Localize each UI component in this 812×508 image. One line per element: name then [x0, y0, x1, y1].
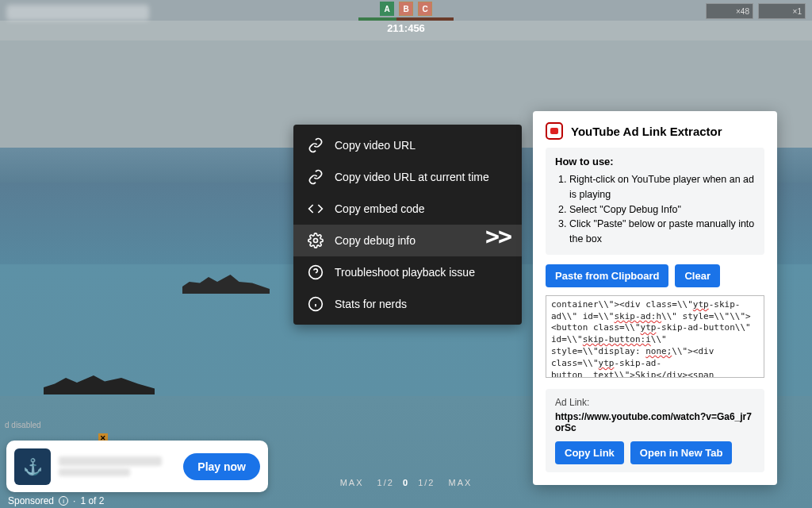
- info-icon: [308, 296, 324, 312]
- result-url: https://www.youtube.com/watch?v=Ga6_jr7o…: [555, 411, 755, 433]
- panel-header: YouTube Ad Link Extractor: [546, 122, 764, 140]
- link-icon: [308, 169, 324, 185]
- svg-point-0: [314, 239, 318, 243]
- hud-right-slots: ×48 ×1: [706, 3, 806, 19]
- howto-step: Click "Paste" below or paste manually in…: [569, 217, 755, 247]
- open-tab-button[interactable]: Open in New Tab: [630, 441, 733, 464]
- result-box: Ad Link: https://www.youtube.com/watch?v…: [546, 389, 764, 472]
- howto-step: Select "Copy Debug Info": [569, 202, 755, 217]
- range-half: 1/2: [377, 478, 394, 487]
- howto-list: Right-click on YouTube player when an ad…: [555, 172, 755, 247]
- hud-slot: ×48: [706, 3, 753, 19]
- debug-textarea[interactable]: container\\"><div class=\\"ytp-skip-ad\\…: [546, 295, 764, 378]
- hud-cap-a: A: [380, 2, 394, 16]
- ctx-copy-url-time[interactable]: Copy video URL at current time: [293, 161, 522, 193]
- arrow-indicator-icon: >>: [485, 222, 511, 250]
- ctx-copy-url[interactable]: Copy video URL: [293, 129, 522, 161]
- gear-icon: [308, 233, 324, 248]
- sponsored-label: Sponsored i · 1 of 2: [8, 495, 104, 506]
- result-label: Ad Link:: [555, 397, 755, 408]
- ctx-label: Copy debug info: [335, 234, 416, 247]
- ctx-label: Copy video URL: [335, 139, 416, 152]
- ctx-copy-embed[interactable]: Copy embed code: [293, 193, 522, 225]
- link-icon: [308, 137, 324, 153]
- howto-heading: How to use:: [555, 156, 755, 167]
- embed-icon: [308, 201, 324, 217]
- ctx-label: Copy embed code: [335, 202, 425, 215]
- hud-progress-bar: [358, 17, 454, 21]
- range-max: MAX: [448, 478, 472, 487]
- help-icon: [308, 264, 324, 280]
- extractor-panel: YouTube Ad Link Extractor How to use: Ri…: [533, 111, 777, 485]
- hud-slot: ×1: [758, 3, 806, 19]
- ctx-label: Stats for nerds: [335, 298, 407, 310]
- range-half: 1/2: [418, 478, 435, 487]
- ad-counter: 1 of 2: [80, 495, 104, 506]
- howto-step: Right-click on YouTube player when an ad…: [569, 172, 755, 202]
- hud-cap-b: B: [399, 2, 413, 16]
- copy-link-button[interactable]: Copy Link: [555, 441, 624, 464]
- extension-logo-icon: [546, 122, 563, 140]
- ad-overlay-card[interactable]: ⚓ Play now: [6, 441, 268, 492]
- clear-button[interactable]: Clear: [675, 264, 720, 287]
- dot-separator: ·: [73, 495, 75, 506]
- sponsored-text: Sponsored: [8, 495, 54, 506]
- info-icon[interactable]: i: [59, 496, 68, 506]
- ctx-troubleshoot[interactable]: Troubleshoot playback issue: [293, 256, 522, 288]
- hud-center: A B C 211:456: [358, 2, 454, 34]
- hud-timer: 211:456: [358, 22, 454, 34]
- zoom-range-indicator: MAX 1/2 0 1/2 MAX: [335, 478, 477, 487]
- ad-text: [59, 454, 175, 479]
- ctx-label: Troubleshoot playback issue: [335, 266, 475, 279]
- ad-app-icon: ⚓: [14, 448, 51, 485]
- ad-subtitle-blur: [59, 468, 130, 476]
- ship-silhouette: [44, 371, 155, 394]
- game-hud: A B C 211:456 ×48 ×1: [0, 0, 812, 29]
- ctx-label: Copy video URL at current time: [335, 171, 489, 183]
- hud-left-blur: [6, 5, 149, 21]
- ad-cta-button[interactable]: Play now: [183, 453, 260, 480]
- hud-status-text: d disabled: [5, 421, 41, 429]
- range-max: MAX: [340, 478, 364, 487]
- paste-button[interactable]: Paste from Clipboard: [546, 264, 668, 287]
- ship-silhouette: [182, 270, 270, 294]
- panel-title: YouTube Ad Link Extractor: [571, 125, 722, 138]
- range-zero: 0: [403, 478, 409, 487]
- ctx-stats[interactable]: Stats for nerds: [293, 288, 522, 320]
- hud-cap-c: C: [418, 2, 432, 16]
- howto-box: How to use: Right-click on YouTube playe…: [546, 148, 764, 255]
- ad-title-blur: [59, 456, 162, 466]
